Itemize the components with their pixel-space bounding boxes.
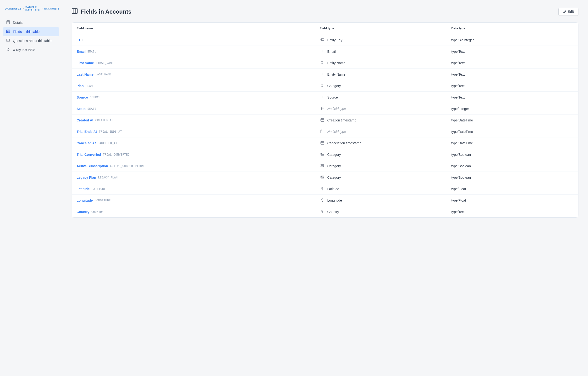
field-name-cell: Country COUNTRY [72,206,315,218]
data-type-cell: type/BigInteger [446,34,578,46]
table-row: Latitude LATITUDE Latitude type/Float [72,183,578,195]
field-display-name[interactable]: Country [77,210,89,214]
field-type-label[interactable]: Latitude [327,187,339,191]
data-type-label: type/Text [451,210,465,214]
field-type-label[interactable]: Source [327,95,338,99]
table-row: Canceled At CANCELED_AT Cancelation time… [72,137,578,149]
field-type-cell: Latitude [315,183,447,195]
field-display-name[interactable]: Created At [77,118,93,122]
field-name-cell: Email EMAIL [72,46,315,57]
text-icon: T [320,49,325,54]
field-name-cell: Legacy Plan LEGACY_PLAN [72,172,315,183]
field-display-name[interactable]: Longitude [77,198,93,202]
field-type-label[interactable]: Email [327,50,336,53]
sidebar-item-fields[interactable]: Fields in this table [3,27,59,36]
field-display-name[interactable]: First Name [77,61,94,65]
fields-icon [6,29,10,34]
field-display-name[interactable]: Latitude [77,187,89,191]
field-type-cell: T Category [315,80,447,92]
sidebar-item-questions[interactable]: Questions about this table [3,36,59,45]
svg-point-50 [323,178,323,178]
field-type-cell: Category [315,149,447,160]
key-icon [320,37,325,42]
calendar-icon [320,141,325,146]
sidebar-item-details[interactable]: Details [3,18,59,27]
field-display-name[interactable]: Trial Ends At [77,130,97,134]
field-display-name[interactable]: Source [77,95,88,99]
data-type-label: type/Boolean [451,153,471,157]
field-type-label[interactable]: Category [327,153,341,157]
field-type-cell: Longitude [315,195,447,206]
field-column-name: LONGITUDE [95,199,111,202]
field-type-label[interactable]: No field type [327,107,346,111]
data-type-label: type/Text [451,95,465,99]
edit-icon [563,10,566,13]
field-name-cell: Canceled At CANCELED_AT [72,137,315,149]
edit-button[interactable]: Edit [558,8,578,16]
field-type-cell: Cancelation timestamp [315,137,447,149]
field-display-name[interactable]: Seats [77,107,85,111]
svg-text:T: T [321,61,323,64]
field-column-name: ACTIVE_SUBSCRIPTION [110,164,144,168]
field-column-name: COUNTRY [91,210,104,214]
table-row: Seats SEATS No field type type/Integer [72,103,578,115]
table-body: ID ID Entity Key type/BigInteger Email E… [72,34,578,217]
field-display-name[interactable]: ID [77,38,80,42]
field-column-name: LEGACY_PLAN [98,176,118,179]
field-display-name[interactable]: Canceled At [77,141,96,145]
field-type-label[interactable]: Category [327,176,341,179]
field-type-cell: Country [315,206,447,218]
sidebar-item-xray[interactable]: X-ray this table [3,45,59,54]
field-type-label[interactable]: Category [327,84,341,88]
field-type-cell: T Source [315,92,447,103]
data-type-cell: type/Float [446,195,578,206]
field-display-name[interactable]: Legacy Plan [77,176,96,179]
field-type-label[interactable]: Entity Name [327,61,346,65]
field-type-label[interactable]: Longitude [327,198,342,202]
field-type-label[interactable]: Entity Key [327,38,342,42]
data-type-cell: type/Text [446,46,578,57]
table-row: Last Name LAST_NAME T Entity Name type/T… [72,69,578,80]
data-type-label: type/DateTime [451,130,473,134]
field-display-name[interactable]: Plan [77,84,84,88]
breadcrumb-databases[interactable]: DATABASES [5,7,21,10]
field-name-cell: Created At CREATED_AT [72,115,315,126]
sidebar: DATABASES › SAMPLE DATABASE › ACCOUNTS D… [0,0,62,376]
field-type-cell: Category [315,160,447,172]
svg-text:T: T [321,95,323,99]
location-icon [320,198,325,203]
table-row: Email EMAIL T Email type/Text [72,46,578,57]
field-type-label[interactable]: Country [327,210,339,214]
field-type-label[interactable]: Category [327,164,341,168]
svg-point-15 [321,39,322,40]
field-display-name[interactable]: Trial Converted [77,153,101,157]
boolean-icon [320,163,325,168]
field-display-name[interactable]: Last Name [77,73,94,76]
field-type-label[interactable]: Cancelation timestamp [327,141,361,145]
svg-point-42 [323,155,323,155]
field-display-name[interactable]: Active Subscription [77,164,108,168]
svg-rect-35 [321,141,324,144]
data-type-cell: type/DateTime [446,126,578,137]
location-icon [320,209,325,214]
table-header: Field name Field type Data type [72,23,578,34]
svg-text:T: T [321,84,323,87]
data-type-cell: type/DateTime [446,137,578,149]
sidebar-item-questions-label: Questions about this table [13,39,52,43]
field-type-cell: No field type [315,103,447,115]
field-type-label[interactable]: Entity Name [327,73,346,76]
field-name-cell: Latitude LATITUDE [72,183,315,195]
data-type-label: type/Boolean [451,164,471,168]
field-type-label[interactable]: Creation timestamp [327,118,356,122]
field-display-name[interactable]: Email [77,50,85,53]
details-icon [6,20,10,25]
page-title: Fields in Accounts [81,8,131,15]
questions-icon [6,38,10,43]
text-icon: T [320,95,325,100]
field-type-cell: No field type [315,126,447,137]
breadcrumb-sample-database[interactable]: SAMPLE DATABASE [25,6,40,11]
app-layout: DATABASES › SAMPLE DATABASE › ACCOUNTS D… [0,0,588,376]
calendar-icon [320,118,325,123]
field-column-name: EMAIL [87,50,96,53]
field-type-label[interactable]: No field type [327,130,346,134]
